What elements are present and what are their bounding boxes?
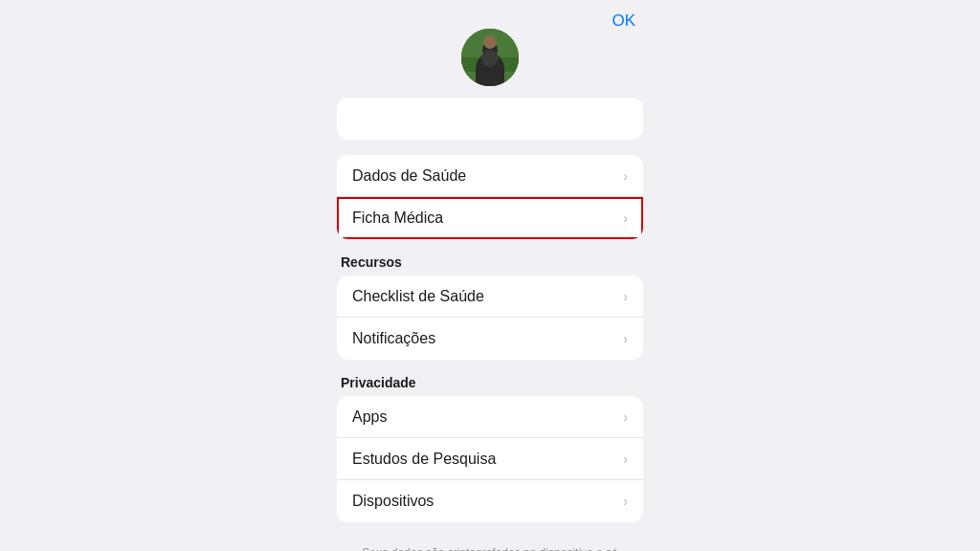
dados-saude-chevron: › [623,168,628,184]
estudos-item[interactable]: Estudos de Pesquisa › [337,438,643,480]
apps-chevron: › [623,409,628,425]
checklist-chevron: › [623,289,628,304]
notificacoes-label: Notificações [352,330,435,347]
dispositivos-chevron: › [623,494,628,509]
ficha-medica-item[interactable]: Ficha Médica › [337,197,643,239]
dispositivos-item[interactable]: Dispositivos › [337,480,643,522]
svg-point-5 [483,35,497,49]
health-list-group: Dados de Saúde › Ficha Médica › [337,155,643,239]
recursos-list-group: Checklist de Saúde › Notificações › [337,276,643,360]
footer-text: Seus dados são criptografados no disposi… [337,538,643,551]
ficha-medica-label: Ficha Médica [352,209,443,227]
top-section: Dados de Saúde › Ficha Médica › [337,155,643,239]
page: OK [0,0,980,551]
dispositivos-label: Dispositivos [352,493,434,510]
avatar-container [337,29,643,86]
privacidade-section: Privacidade Apps › Estudos de Pesquisa ›… [337,375,643,522]
dados-saude-item[interactable]: Dados de Saúde › [337,155,643,197]
notificacoes-chevron: › [623,331,628,346]
avatar [461,29,519,86]
svg-point-4 [479,57,501,77]
name-field[interactable] [337,98,643,140]
notificacoes-item[interactable]: Notificações › [337,318,643,360]
ficha-medica-chevron: › [623,210,628,226]
apps-label: Apps [352,408,387,426]
recursos-section: Recursos Checklist de Saúde › Notificaçõ… [337,254,643,360]
estudos-chevron: › [623,452,628,467]
estudos-label: Estudos de Pesquisa [352,451,496,468]
checklist-label: Checklist de Saúde [352,288,484,305]
avatar-image [461,29,519,86]
svg-rect-2 [461,72,519,86]
scroll-content: Dados de Saúde › Ficha Médica › Recursos… [337,0,643,551]
checklist-item[interactable]: Checklist de Saúde › [337,276,643,318]
privacidade-list-group: Apps › Estudos de Pesquisa › Dispositivo… [337,396,643,522]
privacidade-header: Privacidade [337,375,643,396]
dados-saude-label: Dados de Saúde [352,167,466,185]
apps-item[interactable]: Apps › [337,396,643,438]
recursos-header: Recursos [337,254,643,276]
